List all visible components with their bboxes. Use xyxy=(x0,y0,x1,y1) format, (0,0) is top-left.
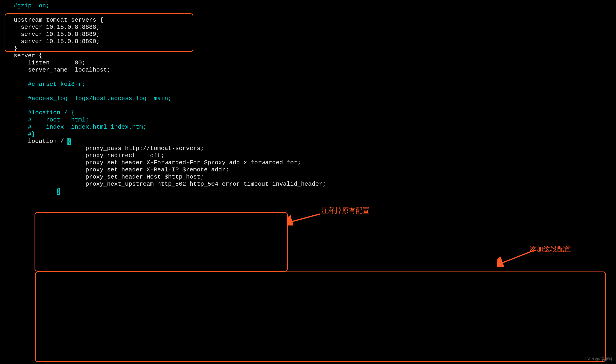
code-line: proxy_set_header X-Real-IP $remote_addr; xyxy=(6,166,616,173)
code-line-blank xyxy=(6,9,616,17)
svg-line-1 xyxy=(290,214,320,222)
code-line: } xyxy=(6,188,616,195)
annotation-add-config: 添加这段配置 xyxy=(529,244,571,254)
code-line: #gzip on; xyxy=(6,2,616,9)
highlight-box-proxy-location xyxy=(35,272,606,362)
code-line: #location / { xyxy=(6,109,616,117)
code-line: server { xyxy=(6,52,616,59)
code-line: # index index.html index.htm; xyxy=(6,124,616,131)
code-line: # root html; xyxy=(6,117,616,124)
code-line: proxy_next_upstream http_502 http_504 er… xyxy=(6,181,616,188)
highlight-box-commented-location xyxy=(35,212,288,272)
code-line-blank xyxy=(6,74,616,81)
code-line: server 10.15.0.8:8889; xyxy=(6,31,616,38)
code-line: #} xyxy=(6,131,616,138)
code-line: server 10.15.0.8:8890; xyxy=(6,38,616,45)
code-line: server 10.15.0.8:8888; xyxy=(6,24,616,31)
arrow-icon xyxy=(287,212,321,225)
cursor-highlight: { xyxy=(67,138,71,145)
code-line: location / { xyxy=(6,138,616,145)
code-line: } xyxy=(6,45,616,52)
svg-line-3 xyxy=(501,251,533,263)
code-line-blank xyxy=(6,102,616,109)
annotation-comment-original: 注释掉原有配置 xyxy=(321,206,369,215)
cursor-highlight: } xyxy=(57,188,60,195)
code-line: proxy_pass http://tomcat-servers; xyxy=(6,145,616,152)
code-line: proxy_set_header Host $http_host; xyxy=(6,173,616,181)
code-line: listen 80; xyxy=(6,59,616,66)
arrow-icon xyxy=(497,248,534,267)
code-line: proxy_set_header X-Forwarded-For $proxy_… xyxy=(6,159,616,166)
code-editor-content: #gzip on; upstream tomcat-servers { serv… xyxy=(0,2,616,195)
code-line: proxy_redirect off; xyxy=(6,152,616,159)
code-line-blank xyxy=(6,88,616,95)
code-line: #access_log logs/host.access.log main; xyxy=(6,95,616,102)
watermark-text: CSDN @C吴新科 xyxy=(584,357,613,362)
code-text xyxy=(6,188,57,195)
code-line: #charset koi8-r; xyxy=(6,81,616,88)
code-line: server_name localhost; xyxy=(6,66,616,74)
code-text: location / xyxy=(6,138,67,145)
code-line: upstream tomcat-servers { xyxy=(6,17,616,24)
